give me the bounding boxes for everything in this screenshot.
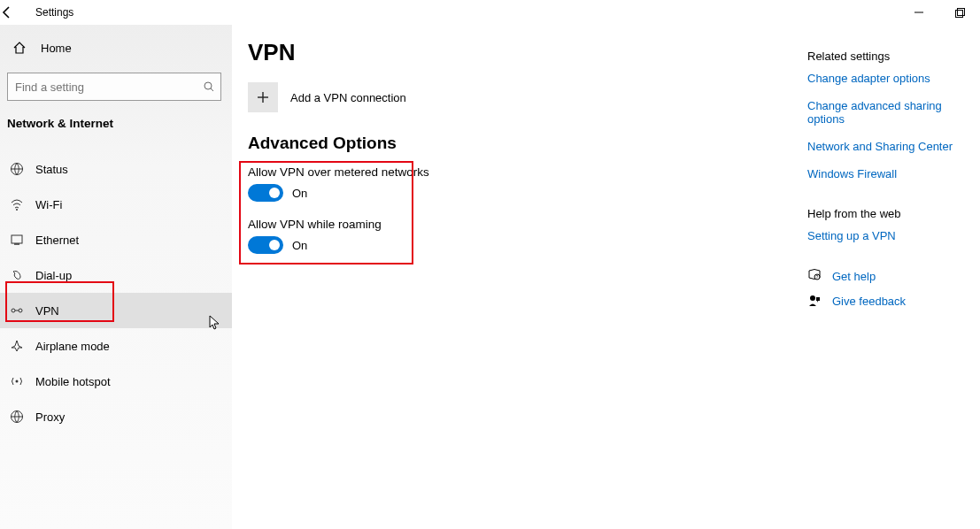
nav-label: VPN	[35, 304, 59, 318]
vpn-icon	[9, 303, 25, 318]
svg-point-7	[16, 209, 18, 211]
nav-label: Proxy	[35, 410, 65, 424]
svg-rect-1	[955, 10, 962, 17]
minimize-button[interactable]	[899, 0, 939, 25]
airplane-icon	[9, 338, 25, 354]
toggle-roaming-state: On	[292, 239, 307, 252]
nav-item-wifi[interactable]: Wi-Fi	[0, 187, 232, 222]
svg-point-13	[16, 380, 19, 383]
nav-item-ethernet[interactable]: Ethernet	[0, 222, 232, 257]
status-icon	[9, 161, 25, 177]
search-container	[0, 65, 232, 110]
nav-label: Dial-up	[35, 269, 72, 282]
home-icon	[12, 41, 28, 55]
ethernet-icon	[9, 232, 25, 248]
nav-label: Airplane mode	[35, 340, 110, 353]
nav-item-dialup[interactable]: Dial-up	[0, 257, 232, 293]
toggle-roaming[interactable]	[248, 236, 283, 254]
svg-point-10	[12, 309, 15, 312]
right-column: Related settings Change adapter options …	[807, 50, 976, 318]
wifi-icon	[9, 196, 25, 212]
get-help-link[interactable]: Get help	[832, 270, 876, 283]
nav-item-proxy[interactable]: Proxy	[0, 399, 232, 434]
sidebar-section-label: Network & Internet	[0, 110, 232, 139]
title-bar: Settings	[0, 0, 980, 25]
home-button[interactable]: Home	[0, 30, 232, 65]
help-icon: ?	[807, 269, 822, 283]
give-feedback-link[interactable]: Give feedback	[832, 295, 906, 308]
svg-point-11	[19, 309, 22, 312]
related-settings-header: Related settings	[807, 50, 976, 63]
link-network-center[interactable]: Network and Sharing Center	[807, 140, 976, 153]
nav-label: Mobile hotspot	[35, 375, 111, 388]
svg-rect-8	[12, 235, 22, 243]
link-adapter-options[interactable]: Change adapter options	[807, 72, 976, 85]
svg-point-20	[810, 295, 815, 301]
back-button[interactable]	[0, 5, 35, 19]
toggle-metered-state: On	[292, 187, 307, 200]
link-sharing-options[interactable]: Change advanced sharing options	[807, 99, 976, 126]
nav-list: Status Wi-Fi Ethernet Dial-up VPN	[0, 151, 232, 434]
feedback-icon	[807, 294, 822, 308]
nav-item-airplane[interactable]: Airplane mode	[0, 328, 232, 364]
nav-item-vpn[interactable]: VPN	[0, 293, 232, 328]
hotspot-icon	[9, 373, 25, 389]
nav-label: Ethernet	[35, 234, 79, 247]
maximize-button[interactable]	[939, 0, 980, 25]
plus-icon	[248, 82, 278, 112]
svg-text:?: ?	[816, 274, 819, 280]
nav-label: Wi-Fi	[35, 198, 62, 211]
search-input[interactable]	[7, 73, 221, 101]
nav-item-hotspot[interactable]: Mobile hotspot	[0, 364, 232, 399]
proxy-icon	[9, 409, 25, 425]
link-firewall[interactable]: Windows Firewall	[807, 167, 976, 180]
help-web-header: Help from the web	[807, 207, 976, 220]
link-setup-vpn[interactable]: Setting up a VPN	[807, 229, 976, 242]
toggle-metered[interactable]	[248, 184, 283, 202]
window-title: Settings	[35, 6, 73, 19]
svg-rect-2	[957, 8, 964, 15]
home-label: Home	[41, 42, 72, 55]
nav-label: Status	[35, 163, 68, 176]
nav-item-status[interactable]: Status	[0, 151, 232, 187]
dialup-icon	[9, 267, 25, 283]
sidebar: Home Network & Internet Status Wi-Fi	[0, 25, 232, 529]
window-controls	[899, 0, 980, 25]
add-vpn-label: Add a VPN connection	[290, 91, 406, 104]
